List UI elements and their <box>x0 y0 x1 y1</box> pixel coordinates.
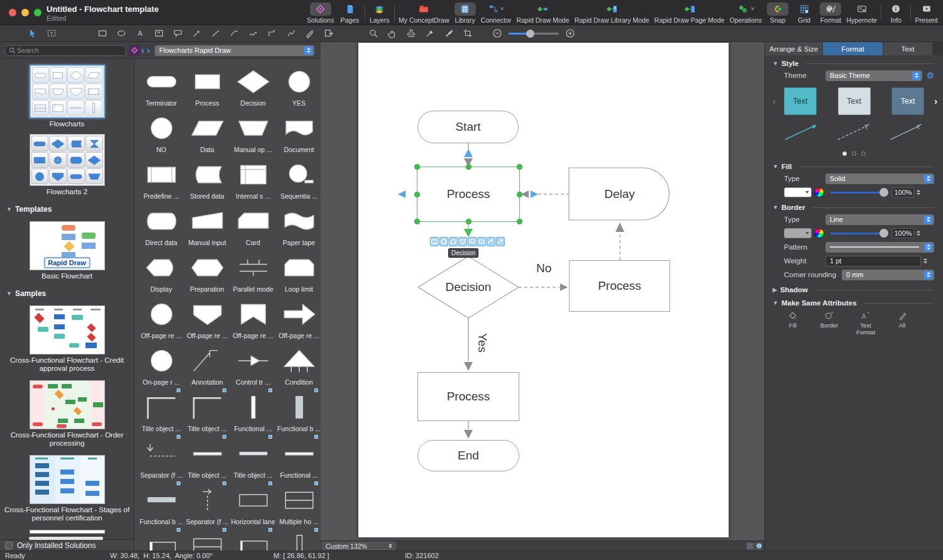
elbow-tool[interactable] <box>265 27 280 40</box>
gear-icon[interactable]: ⚙ <box>926 71 934 80</box>
drawing-page[interactable]: Start Process Delay Decision Process Pro… <box>358 43 729 537</box>
library-shape-off-page-re[interactable]: Off-page re ... <box>276 294 321 341</box>
flow-node-process-selected[interactable]: Process <box>417 167 520 222</box>
resize-handle[interactable] <box>517 192 522 197</box>
arrow-tool[interactable] <box>189 27 204 40</box>
search-box[interactable] <box>5 45 126 56</box>
make-same-border[interactable]: Border <box>815 310 843 336</box>
tab-text[interactable]: Text <box>883 42 933 55</box>
toolbar-my-conceptdraw[interactable]: My ConceptDraw <box>396 2 452 25</box>
resize-handle[interactable] <box>414 219 420 224</box>
color-wheel-icon[interactable] <box>814 228 824 238</box>
library-shape-hbar-tick[interactable] <box>138 527 184 551</box>
stepper-icon[interactable] <box>921 257 929 265</box>
make-same-fill[interactable]: Fill <box>779 310 807 336</box>
page-add-button[interactable] <box>755 542 763 550</box>
style-section-header[interactable]: ▼Style <box>765 55 943 69</box>
arrow-style-solid[interactable] <box>781 119 822 144</box>
make-same-section-header[interactable]: ▼Make Same Attributes <box>765 295 943 308</box>
theme-preview-card-3[interactable]: Text <box>891 87 924 115</box>
section-header-templates[interactable]: ▼Templates <box>6 205 134 214</box>
library-shape-hlane-tick[interactable] <box>230 527 276 551</box>
flow-node-process-no[interactable]: Process <box>569 260 670 312</box>
weight-input[interactable]: 1 pt <box>825 256 921 266</box>
make-same-all[interactable]: All <box>888 310 916 336</box>
section-header-samples[interactable]: ▼Samples <box>6 289 134 298</box>
quick-shape-trapezoid[interactable] <box>458 237 467 246</box>
arc-tool[interactable] <box>227 27 242 40</box>
solutions-panel-button[interactable] <box>129 45 140 56</box>
library-shape-loop-limit[interactable]: Loop limit <box>276 248 321 294</box>
library-shape-no[interactable]: NO <box>138 108 184 155</box>
doc-shape-tool[interactable] <box>321 27 336 40</box>
only-installed-checkbox[interactable] <box>5 542 13 549</box>
library-shape-functional[interactable]: Functional ... <box>276 434 321 480</box>
library-shape-vtall[interactable] <box>276 527 321 551</box>
brush-tool[interactable] <box>441 27 456 40</box>
library-shape-horizontal-lane[interactable]: Horizontal lane <box>230 480 276 527</box>
library-shape-on-page-r[interactable]: On-page r ... <box>138 341 184 387</box>
toolbar-hypernote[interactable]: Hypernote <box>844 2 880 25</box>
text-select-tool[interactable]: T <box>44 27 59 40</box>
toolbar-library[interactable]: Library <box>452 2 478 25</box>
quick-shape-elbow-arrow[interactable] <box>487 237 495 246</box>
theme-preview-card-2[interactable]: Text <box>838 87 871 115</box>
flow-node-process-yes[interactable]: Process <box>417 372 519 421</box>
library-shape-title-object[interactable]: Title object ... <box>184 434 230 480</box>
theme-dropdown[interactable]: Basic Theme <box>825 70 922 81</box>
carousel-dot[interactable] <box>842 151 847 156</box>
library-shape-title-object[interactable]: Title object ... <box>184 387 230 434</box>
color-wheel-icon[interactable] <box>814 187 824 197</box>
arrow-style-dashed[interactable] <box>834 119 874 144</box>
fill-opacity-value[interactable]: 100% <box>892 187 914 197</box>
toolbar-info[interactable]: Info <box>883 2 909 25</box>
fill-opacity-slider[interactable] <box>830 188 888 197</box>
library-shape-condition[interactable]: Condition <box>276 341 321 387</box>
resize-handle[interactable] <box>466 164 472 170</box>
thumbnail-cross-functional-flowchart-order-processing[interactable] <box>30 380 105 429</box>
callout-tool[interactable] <box>170 27 185 40</box>
thumbnail-cross-functional-flowchart-credit-approval-process[interactable] <box>30 305 105 354</box>
fill-color-swatch[interactable] <box>784 187 812 197</box>
carousel-prev-icon[interactable]: ‹ <box>773 96 776 106</box>
library-dropdown[interactable]: Flowcharts Rapid Draw <box>155 45 314 56</box>
library-shape-separator-f[interactable]: Separator (f ... <box>138 434 184 480</box>
ellipse-tool[interactable] <box>114 27 129 40</box>
curve-tool[interactable] <box>246 27 261 40</box>
pen-tool[interactable] <box>302 27 317 40</box>
library-shape-decision[interactable]: Decision <box>230 62 276 108</box>
toolbar-operations[interactable]: ˅Operations <box>727 2 764 25</box>
flow-node-start[interactable]: Start <box>417 111 519 143</box>
library-shape-yes[interactable]: YES <box>276 62 321 108</box>
polyline-tool[interactable] <box>284 27 299 40</box>
library-shape-off-page-re[interactable]: Off-page re ... <box>184 294 230 341</box>
carousel-next-icon[interactable]: › <box>934 96 937 106</box>
carousel-dot[interactable] <box>861 151 866 156</box>
quick-shape-terminator[interactable] <box>477 237 486 246</box>
resize-handle[interactable] <box>517 219 522 224</box>
toolbar-format[interactable]: Format <box>817 2 844 25</box>
thumbnail-basic-flowchart[interactable]: Rapid Draw <box>30 221 105 270</box>
library-shape-manual-input[interactable]: Manual input <box>184 201 230 248</box>
library-shape-parallel-mode[interactable]: Parallel mode <box>230 248 276 294</box>
tab-format[interactable]: Format <box>823 42 883 55</box>
library-shape-annotation[interactable]: Annotation <box>184 341 230 387</box>
rect-tool[interactable] <box>95 27 110 40</box>
eyedropper-tool[interactable] <box>422 27 438 40</box>
library-shape-stored-data[interactable]: Stored data <box>184 155 230 201</box>
carousel-dot[interactable] <box>852 151 856 156</box>
sidebar-scrollbar[interactable] <box>29 537 103 540</box>
library-shape-card[interactable]: Card <box>230 201 276 248</box>
pan-tool[interactable] <box>385 27 400 40</box>
flow-node-end[interactable]: End <box>417 440 519 471</box>
quick-shape-line-arrow[interactable] <box>496 237 505 246</box>
stepper-icon[interactable] <box>914 189 922 197</box>
fill-type-dropdown[interactable]: Solid <box>825 173 934 184</box>
canvas-zoom-dropdown[interactable]: Custom 132% <box>322 542 396 550</box>
library-shape-display[interactable]: Display <box>138 248 184 294</box>
toolbar-grid[interactable]: Grid <box>791 2 817 25</box>
shadow-section-header[interactable]: ▶Shadow <box>765 282 943 295</box>
make-same-text-format[interactable]: AText Format <box>852 310 880 336</box>
library-shape-predefine[interactable]: Predefine ... <box>138 155 184 201</box>
quick-shape-rect[interactable] <box>430 237 439 246</box>
